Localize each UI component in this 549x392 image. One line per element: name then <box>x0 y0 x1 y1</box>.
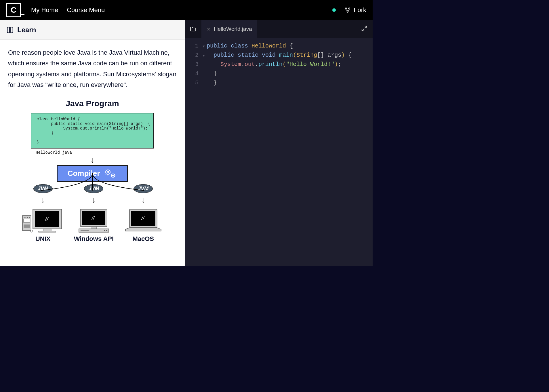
fork-icon <box>344 7 351 13</box>
arrow-icon: ↓ <box>141 196 145 204</box>
compiler-box: Compiler <box>57 165 128 182</box>
computer-icon: // <box>77 207 111 233</box>
svg-text://: // <box>91 215 95 221</box>
jvm-pill: JVM <box>134 184 153 193</box>
svg-rect-7 <box>22 216 31 231</box>
editor-tab[interactable]: ✕ HelloWorld.java <box>201 20 257 38</box>
editor-body[interactable]: 1▼public class HelloWorld {2▼ public sta… <box>185 38 373 266</box>
code-text: System.out.println("Hello World!"); <box>207 60 341 69</box>
code-line[interactable]: 5 } <box>185 78 373 87</box>
svg-rect-21 <box>39 231 56 232</box>
computer-icon: // <box>21 207 64 233</box>
topbar: C My Home Course Menu Fork <box>0 0 373 20</box>
expand-icon <box>361 25 367 32</box>
lesson-paragraph: One reason people love Java is the Java … <box>8 47 177 90</box>
code-editor-panel: ✕ HelloWorld.java 1▼public class HelloWo… <box>185 20 373 266</box>
jvm-pill: JVM <box>33 184 53 193</box>
tab-filename: HelloWorld.java <box>214 26 252 32</box>
svg-rect-12 <box>24 219 30 222</box>
book-icon <box>6 26 14 34</box>
code-line[interactable]: 3 System.out.println("Hello World!"); <box>185 60 373 69</box>
arrow-icon: ↓ <box>92 196 96 204</box>
arrow-icon: ↓ <box>41 196 45 204</box>
close-icon[interactable]: ✕ <box>207 26 210 32</box>
code-text: public static void main(String[] args) { <box>207 51 352 60</box>
svg-point-1 <box>348 8 350 9</box>
line-number: 4 <box>185 69 201 78</box>
branch-macos: JVM ↓ // MacOS <box>123 184 163 243</box>
branch-unix: JVM ↓ // <box>21 184 64 243</box>
line-number: 3 <box>185 60 201 69</box>
code-line[interactable]: 1▼public class HelloWorld { <box>185 41 373 51</box>
svg-point-0 <box>345 8 347 9</box>
svg-rect-20 <box>43 229 51 231</box>
computer-icon: // <box>123 207 163 233</box>
nav-home[interactable]: My Home <box>31 6 58 14</box>
diagram-title: Java Program <box>8 99 177 108</box>
svg-point-30 <box>106 230 107 231</box>
learn-header: Learn <box>0 20 185 40</box>
svg-point-2 <box>347 11 348 12</box>
os-label-macos: MacOS <box>132 235 154 243</box>
svg-point-3 <box>106 170 110 174</box>
nav-links: My Home Course Menu <box>31 6 105 14</box>
line-number: 1 <box>185 41 201 51</box>
code-line[interactable]: 4 } <box>185 69 373 78</box>
line-number: 2 <box>185 51 201 60</box>
svg-point-10 <box>27 217 28 218</box>
diagram-code-box: class HelloWorld { public static void ma… <box>31 113 154 149</box>
code-text: public class HelloWorld { <box>207 41 293 51</box>
logo[interactable]: C <box>6 3 21 17</box>
learn-title: Learn <box>17 26 36 34</box>
code-line[interactable]: 2▼ public static void main(String[] args… <box>185 51 373 60</box>
status-indicator <box>332 8 336 12</box>
jvm-pill: JVM <box>84 184 103 193</box>
svg-point-29 <box>104 230 105 231</box>
file-explorer-button[interactable] <box>185 20 201 38</box>
svg-point-9 <box>26 217 26 218</box>
fold-marker[interactable]: ▼ <box>201 53 207 59</box>
compiler-label: Compiler <box>68 169 100 178</box>
svg-rect-26 <box>91 227 97 229</box>
fork-label: Fork <box>354 6 366 14</box>
nav-course-menu[interactable]: Course Menu <box>67 6 105 14</box>
editor-tabs: ✕ HelloWorld.java <box>185 20 373 38</box>
fold-marker[interactable]: ▼ <box>201 44 207 50</box>
lesson-content: One reason people love Java is the Java … <box>0 40 185 250</box>
branch-windows: JVM ↓ // <box>74 184 114 243</box>
expand-button[interactable] <box>361 25 367 33</box>
svg-point-22 <box>30 230 33 232</box>
svg-text://: // <box>141 216 145 221</box>
line-number: 5 <box>185 78 201 87</box>
jvm-diagram: Java Program class HelloWorld { public s… <box>8 99 177 243</box>
svg-rect-28 <box>81 230 89 231</box>
svg-point-11 <box>29 217 30 218</box>
os-label-unix: UNIX <box>35 235 51 243</box>
code-text: } <box>207 78 217 87</box>
fork-button[interactable]: Fork <box>344 6 366 14</box>
lesson-panel: Learn One reason people love Java is the… <box>0 20 185 266</box>
arrow-icon: ↓ <box>8 156 177 164</box>
svg-point-6 <box>113 175 114 176</box>
svg-point-8 <box>24 217 25 218</box>
os-label-windows: Windows API <box>74 235 114 243</box>
diagram-filename: HelloWorld.java <box>36 150 177 155</box>
folder-icon <box>190 26 197 33</box>
gear-icon <box>103 168 117 179</box>
code-text: } <box>207 69 217 78</box>
svg-point-4 <box>107 171 109 173</box>
